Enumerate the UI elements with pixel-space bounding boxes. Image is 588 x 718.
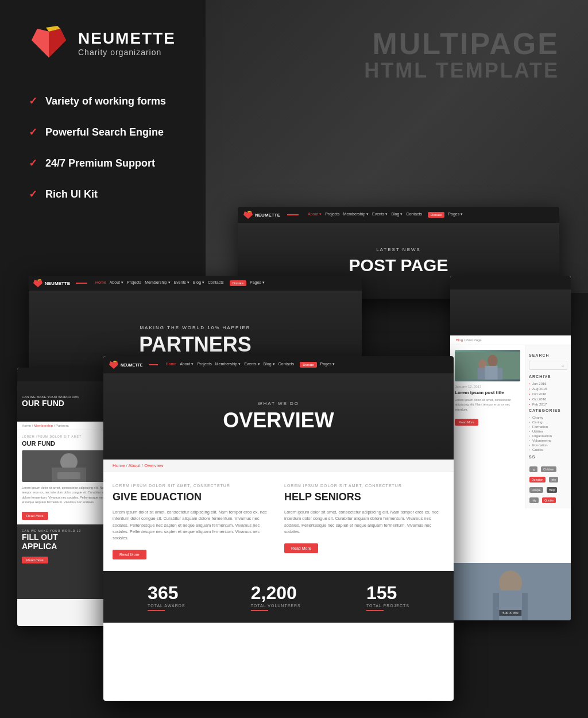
post-nav-blog[interactable]: Blog ▾ [391, 212, 403, 218]
cat-volunteering[interactable]: Volunteering [529, 439, 567, 442]
post-nav-about[interactable]: About ▾ [308, 212, 322, 218]
tag-donation[interactable]: Donation [529, 477, 546, 482]
cat-formation[interactable]: Formation [529, 425, 567, 429]
cat-caring[interactable]: Caring [529, 420, 567, 424]
edu-read-more-button[interactable]: Read More [113, 550, 146, 559]
ov-nav-projects[interactable]: Projects [197, 362, 211, 368]
partners-nav-links: Home About ▾ Projects Membership ▾ Event… [95, 280, 265, 286]
fund-lorem: LOREM IPSUM DOLOR SIT AMET [22, 435, 116, 438]
post-nav-donate[interactable]: Donate [428, 212, 444, 218]
partners-nav-pages[interactable]: Pages ▾ [250, 280, 265, 286]
tag-children[interactable]: Children [541, 466, 556, 472]
partners-subtitle: MAKING THE WORLD 10% HAPPIER [140, 325, 250, 330]
stat-awards-label: TOTAL AWARDS [148, 604, 185, 608]
stat-awards-number: 365 [148, 582, 185, 604]
stat-projects: 155 TOTAL PROJECTS [366, 582, 409, 611]
categories-section-title: CATEGORIES [529, 408, 567, 412]
ov-nav-home[interactable]: Home [166, 362, 177, 368]
ov-nav-donate[interactable]: Donate [300, 362, 316, 368]
latest-news-label: LATEST NEWS [376, 247, 421, 252]
archive-item-4[interactable]: Oct 2016 [529, 397, 567, 401]
overview-content: LOREM IPSUM DOLOR SIT AMET, CONSECTETUR … [103, 472, 454, 571]
seniors-lorem-label: LOREM IPSUM DOLOR SIT AMET, CONSECTETUR [284, 484, 444, 488]
post-nav-membership[interactable]: Membership ▾ [343, 212, 369, 218]
cat-utilities[interactable]: Utilities [529, 430, 567, 433]
post-nav-events[interactable]: Events ▾ [372, 212, 388, 218]
stat-awards: 365 TOTAL AWARDS [148, 582, 185, 611]
feature-item-ui: ✓ Rich UI Kit [29, 188, 166, 200]
blog-nav-bar [450, 276, 571, 289]
post-heart-icon [243, 210, 253, 219]
stat-projects-label: TOTAL PROJECTS [366, 604, 409, 608]
brand-logo-icon [29, 23, 69, 63]
stat-projects-line [366, 610, 384, 611]
tag-people[interactable]: People [529, 487, 543, 493]
cat-organisation[interactable]: Organisation [529, 434, 567, 438]
partners-nav-home[interactable]: Home [95, 280, 106, 286]
post-nav-contacts[interactable]: Contacts [406, 212, 422, 218]
feature-item-variety: ✓ Variety of working forms [29, 95, 166, 107]
blog-bottom-photo: 500 X 450 [450, 563, 571, 620]
seniors-read-more-button[interactable]: Read More [284, 543, 318, 553]
tag-nity2[interactable]: nity [529, 497, 539, 503]
archive-item-5[interactable]: Feb 2017 [529, 403, 567, 406]
post-nav-pages[interactable]: Pages ▾ [448, 212, 463, 218]
content-col-seniors: LOREM IPSUM DOLOR SIT AMET, CONSECTETUR … [284, 484, 444, 559]
feature-list: ✓ Variety of working forms ✓ Powerful Se… [29, 95, 166, 219]
blog-main-image [455, 350, 520, 381]
tags-section-title: SS [529, 455, 567, 459]
post-nav-logo: NEUMETTE [243, 210, 280, 219]
partners-nav-membership[interactable]: Membership ▾ [145, 280, 170, 286]
overview-hero: WHAT WE DO OVERVIEW [103, 373, 454, 460]
blog-excerpt: Lorem ipsum dolor sit amet, consectetur … [455, 397, 520, 412]
photo-size-label: 500 X 450 [499, 610, 521, 616]
partners-nav-brand: NEUMETTE [45, 281, 70, 286]
overview-nav-bar: NEUMETTE Home About ▾ Projects Membershi… [103, 356, 454, 373]
search-icon[interactable]: ⌕ [562, 363, 564, 368]
blog-read-more-button[interactable]: Read More [455, 419, 478, 426]
partners-nav-bar: NEUMETTE Home About ▾ Projects Membershi… [29, 276, 362, 291]
edu-heading: GIVE EDUACTION [113, 491, 273, 503]
fund-read-more-2-button[interactable]: Read more [22, 557, 48, 563]
feature-item-search: ✓ Powerful Search Engine [29, 126, 166, 138]
archive-item-1[interactable]: Jun 2016 [529, 382, 567, 385]
logo-area: NEUMETTE Charity organizarion [29, 23, 176, 63]
tag-nity1[interactable]: nity [549, 477, 558, 482]
archive-list: Jun 2016 Aug 2016 Oct 2016 Oct 2016 Feb … [529, 382, 567, 406]
ov-nav-pages[interactable]: Pages ▾ [320, 362, 335, 368]
cat-charity[interactable]: Charity [529, 416, 567, 419]
blog-breadcrumb: Blog / Post Page [450, 335, 571, 345]
partners-nav-about[interactable]: About ▾ [110, 280, 123, 286]
tag-help[interactable]: Help [547, 487, 557, 493]
ov-nav-contacts[interactable]: Contacts [278, 362, 295, 368]
feature-text-search: Powerful Search Engine [45, 126, 164, 138]
post-nav-projects[interactable]: Projects [325, 212, 339, 218]
cat-guides[interactable]: Guides [529, 448, 567, 451]
ov-nav-blog[interactable]: Blog ▾ [264, 362, 275, 368]
partners-nav-blog[interactable]: Blog ▾ [193, 280, 204, 286]
partners-nav-contacts[interactable]: Contacts [208, 280, 224, 286]
partners-nav-events[interactable]: Events ▾ [174, 280, 189, 286]
tag-ng[interactable]: ng [529, 466, 537, 472]
post-nav-bar: NEUMETTE About ▾ Projects Membership ▾ E… [238, 207, 559, 223]
svg-marker-1 [49, 29, 66, 57]
check-icon-ui: ✓ [29, 188, 37, 200]
sidebar-search-box[interactable]: ⌕ [529, 361, 567, 370]
post-nav-brand: NEUMETTE [255, 213, 280, 218]
archive-section-title: ARCHIVE [529, 375, 567, 379]
partners-nav-projects[interactable]: Projects [127, 280, 141, 286]
ov-nav-membership[interactable]: Membership ▾ [215, 362, 241, 368]
cat-education[interactable]: Education [529, 443, 567, 447]
screenshot-overview-page: NEUMETTE Home About ▾ Projects Membershi… [103, 356, 454, 701]
fund-read-more-button[interactable]: Read More [22, 512, 48, 520]
partners-nav-line [76, 283, 87, 284]
feature-text-variety: Variety of working forms [45, 95, 166, 107]
archive-item-2[interactable]: Aug 2016 [529, 387, 567, 391]
tag-quotes[interactable]: Quotes [542, 497, 556, 503]
archive-item-3[interactable]: Oct 2016 [529, 392, 567, 396]
partners-nav-donate[interactable]: Donate [230, 280, 246, 286]
ov-nav-about[interactable]: About ▾ [180, 362, 194, 368]
ov-nav-events[interactable]: Events ▾ [244, 362, 260, 368]
brand-tagline: Charity organizarion [78, 48, 176, 57]
stat-volunteers-number: 2,200 [251, 582, 301, 604]
